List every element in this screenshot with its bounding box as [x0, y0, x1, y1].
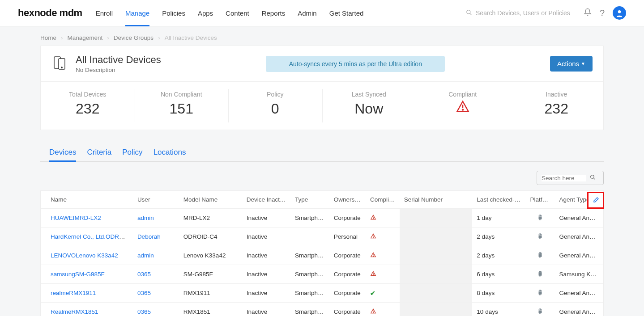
- stat-inactive: Inactive232: [510, 82, 604, 130]
- table-row: samsungSM-G985F0365SM-G985FInactiveSmart…: [41, 265, 603, 284]
- cell-inactivity: Inactive: [242, 228, 290, 246]
- android-icon: [537, 253, 543, 259]
- nav-admin[interactable]: Admin: [298, 0, 317, 26]
- user-link[interactable]: 0365: [137, 271, 151, 278]
- breadcrumb-item[interactable]: Device Groups: [114, 34, 154, 41]
- tab-policy[interactable]: Policy: [122, 148, 142, 161]
- help-icon[interactable]: ?: [600, 8, 605, 18]
- cell-compliance: [366, 209, 400, 228]
- tab-devices[interactable]: Devices: [49, 148, 76, 161]
- cell-user: 0365: [133, 284, 179, 303]
- svg-point-3: [618, 10, 621, 13]
- stat-value: Now: [322, 101, 416, 117]
- col-model-name[interactable]: Model Name: [179, 191, 242, 209]
- stat-policy: Policy0: [228, 82, 322, 130]
- cell-ownership: Corporate: [329, 265, 366, 284]
- tab-criteria[interactable]: Criteria: [87, 148, 111, 161]
- nav-manage[interactable]: Manage: [125, 0, 149, 26]
- device-table-card: NameUserModel NameDevice InactivityTypeO…: [40, 190, 604, 316]
- svg-point-8: [462, 110, 463, 110]
- cell-inactivity: Inactive: [242, 209, 290, 228]
- device-link[interactable]: realmeRMX1911: [51, 290, 96, 296]
- table-search-input[interactable]: [542, 175, 586, 181]
- table-row: RealmeRMX18510365RMX1851InactiveSmartpho…: [41, 303, 603, 316]
- nav-apps[interactable]: Apps: [198, 0, 213, 26]
- actions-button[interactable]: Actions ▼: [550, 56, 593, 72]
- stat-label: Inactive: [510, 91, 604, 98]
- cell-platform: [526, 228, 555, 246]
- cell-serial: [400, 246, 473, 265]
- col-type[interactable]: Type: [290, 191, 329, 209]
- svg-line-1: [470, 13, 472, 15]
- stat-value: 232: [41, 101, 135, 117]
- android-icon: [537, 215, 543, 222]
- cell-serial: [400, 303, 473, 316]
- cell-name: HardKernel Co., Ltd.ODROID-C4: [41, 228, 133, 246]
- cell-ownership: Personal: [329, 228, 366, 246]
- nav-policies[interactable]: Policies: [162, 0, 185, 26]
- col-compliance[interactable]: Compliance: [366, 191, 400, 209]
- col-serial-number[interactable]: Serial Number: [400, 191, 473, 209]
- sync-banner: Auto-syncs every 5 mins as per the Ultra…: [169, 56, 542, 72]
- breadcrumb-item[interactable]: Management: [68, 34, 103, 41]
- user-link[interactable]: 0365: [137, 290, 151, 296]
- device-link[interactable]: LENOVOLenovo K33a42: [51, 252, 118, 259]
- user-link[interactable]: admin: [137, 215, 154, 221]
- search-icon: [590, 174, 596, 182]
- stat-label: Total Devices: [41, 91, 135, 98]
- edit-columns-button[interactable]: [587, 192, 604, 209]
- nav-reports[interactable]: Reports: [262, 0, 286, 26]
- breadcrumb-item[interactable]: Home: [40, 34, 56, 41]
- cell-checked: 1 day: [472, 209, 525, 228]
- cell-name: samsungSM-G985F: [41, 265, 133, 284]
- cell-inactivity: Inactive: [242, 246, 290, 265]
- cell-name: HUAWEIMRD-LX2: [41, 209, 133, 228]
- nav-get-started[interactable]: Get Started: [329, 0, 364, 26]
- tab-locations[interactable]: Locations: [154, 148, 186, 161]
- avatar[interactable]: [613, 6, 626, 20]
- cell-compliance: [366, 303, 400, 316]
- svg-point-24: [373, 274, 374, 275]
- group-title: All Inactive Devices: [76, 54, 161, 66]
- cell-ownership: Corporate: [329, 209, 366, 228]
- cell-name: realmeRMX1911: [41, 284, 133, 303]
- svg-point-17: [539, 234, 540, 235]
- col-platform[interactable]: Platform: [526, 191, 555, 209]
- cell-model: RMX1911: [179, 284, 242, 303]
- global-search[interactable]: Search Devices, Users or Policies: [466, 9, 570, 17]
- svg-point-14: [541, 215, 541, 216]
- cell-model: ODROID-C4: [179, 228, 242, 246]
- bell-icon[interactable]: [584, 8, 592, 18]
- user-link[interactable]: admin: [137, 252, 154, 259]
- cell-type: Smartphone: [290, 209, 329, 228]
- col-ownership[interactable]: Ownership: [329, 191, 366, 209]
- topbar-icons: ?: [584, 6, 626, 20]
- cell-compliance: [366, 265, 400, 284]
- group-title-block: All Inactive Devices No Description: [76, 54, 161, 73]
- col-device-inactivity[interactable]: Device Inactivity: [242, 191, 290, 209]
- cell-type: Smartphone: [290, 284, 329, 303]
- device-link[interactable]: samsungSM-G985F: [51, 271, 105, 278]
- nav-enroll[interactable]: Enroll: [96, 0, 113, 26]
- svg-point-32: [541, 309, 541, 310]
- user-link[interactable]: 0365: [137, 308, 151, 315]
- user-link[interactable]: Deborah: [137, 233, 161, 240]
- cell-type: Smartphone: [290, 246, 329, 265]
- nav-content[interactable]: Content: [226, 0, 249, 26]
- svg-line-10: [593, 178, 595, 179]
- device-table: NameUserModel NameDevice InactivityTypeO…: [41, 191, 603, 316]
- topbar: hexnode mdm EnrollManagePoliciesAppsCont…: [0, 0, 644, 26]
- col-last-checked-in[interactable]: Last checked-in ▲: [472, 191, 525, 209]
- cell-platform: [526, 284, 555, 303]
- col-user[interactable]: User: [133, 191, 179, 209]
- table-search[interactable]: [537, 171, 604, 185]
- device-tabs: DevicesCriteriaPolicyLocations: [40, 130, 604, 162]
- col-name[interactable]: Name: [41, 191, 133, 209]
- warning-icon: [370, 309, 376, 316]
- device-link[interactable]: RealmeRMX1851: [51, 308, 98, 315]
- stat-value: 0: [228, 101, 322, 117]
- device-link[interactable]: HardKernel Co., Ltd.ODROID-C4: [51, 233, 133, 240]
- device-link[interactable]: HUAWEIMRD-LX2: [51, 215, 101, 221]
- cell-user: admin: [133, 209, 179, 228]
- svg-point-21: [539, 253, 540, 253]
